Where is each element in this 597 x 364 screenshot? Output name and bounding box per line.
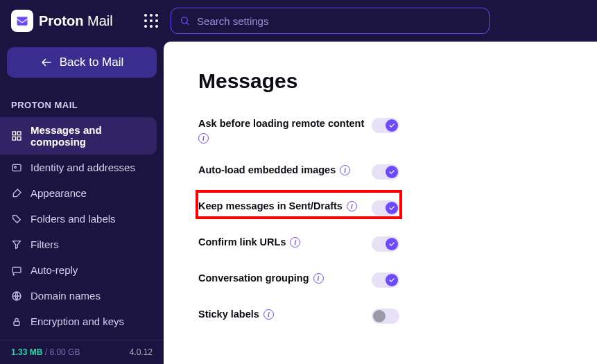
id-card-icon [11, 162, 22, 173]
logo-text: Proton Mail [39, 13, 113, 29]
search-icon [180, 15, 190, 26]
sidebar-item-filters[interactable]: Filters [0, 232, 164, 257]
sidebar-item-domain-names[interactable]: Domain names [0, 283, 164, 309]
info-icon[interactable]: i [313, 273, 324, 284]
toggle-conversation-grouping[interactable] [372, 272, 399, 288]
mail-reply-icon [11, 265, 22, 276]
svg-rect-10 [14, 321, 19, 325]
storage-used: 1.33 MB [11, 347, 42, 357]
sidebar-item-label: Auto-reply [31, 264, 78, 276]
svg-line-1 [187, 23, 189, 25]
sidebar-item-messages-composing[interactable]: Messages and composing [0, 117, 157, 155]
svg-rect-8 [12, 267, 21, 272]
toggle-sticky-labels[interactable] [372, 309, 399, 324]
sidebar-item-auto-reply[interactable]: Auto-reply [0, 257, 164, 283]
brush-icon [11, 188, 22, 199]
setting-row-remote-content: Ask before loading remote content i [198, 111, 399, 157]
setting-row-keep-sent-drafts: Keep messages in Sent/Drafts i [198, 193, 399, 229]
setting-label: Sticky labels [198, 309, 259, 320]
sidebar: Back to Mail PROTON MAIL Messages and co… [0, 42, 164, 364]
svg-rect-3 [17, 132, 21, 135]
grid-icon [144, 14, 158, 28]
toggle-confirm-link-urls[interactable] [372, 236, 399, 252]
sidebar-item-folders-labels[interactable]: Folders and labels [0, 206, 164, 232]
search-input[interactable] [197, 15, 481, 27]
search-container[interactable] [171, 8, 490, 34]
setting-row-conversation-grouping: Conversation grouping i [198, 266, 399, 302]
app-version: 4.0.12 [130, 347, 153, 357]
sidebar-item-label: Messages and composing [31, 124, 146, 148]
check-icon [386, 166, 398, 178]
check-icon [386, 119, 398, 132]
info-icon[interactable]: i [347, 201, 357, 211]
svg-point-7 [15, 166, 17, 168]
lock-icon [11, 316, 22, 327]
logo-icon [11, 10, 33, 32]
svg-rect-2 [12, 132, 16, 135]
sidebar-item-encryption-keys[interactable]: Encryption and keys [0, 309, 164, 334]
storage-total: 8.00 GB [49, 347, 80, 357]
setting-label: Auto-load embedded images [198, 164, 336, 175]
arrow-left-icon [40, 56, 53, 69]
globe-icon [11, 291, 22, 302]
logo[interactable]: Proton Mail [7, 10, 132, 32]
back-to-mail-button[interactable]: Back to Mail [7, 47, 157, 78]
setting-label: Conversation grouping [198, 272, 309, 284]
setting-row-sticky-labels: Sticky labels i [198, 302, 399, 338]
tag-icon [11, 214, 22, 225]
main-content: Messages Ask before loading remote conte… [164, 42, 597, 364]
sidebar-item-label: Folders and labels [31, 213, 116, 225]
grid-sm-icon [11, 130, 22, 141]
page-title: Messages [198, 69, 562, 93]
sidebar-item-label: Domain names [31, 290, 101, 302]
sidebar-item-label: Appearance [31, 187, 87, 199]
sidebar-item-label: Identity and addresses [31, 162, 135, 173]
toggle-remote-content[interactable] [372, 118, 399, 133]
topbar: Proton Mail [0, 0, 597, 42]
setting-label: Confirm link URLs [198, 236, 286, 248]
svg-rect-6 [12, 164, 21, 171]
setting-row-confirm-link-urls: Confirm link URLs i [198, 229, 399, 266]
toggle-keep-sent-drafts[interactable] [372, 200, 399, 216]
toggle-embedded-images[interactable] [372, 164, 399, 180]
funnel-icon [11, 239, 22, 250]
sidebar-item-label: Encryption and keys [31, 315, 124, 327]
info-icon[interactable]: i [263, 309, 274, 320]
toggle-knob [373, 310, 386, 322]
check-icon [386, 274, 398, 286]
back-button-label: Back to Mail [60, 55, 124, 69]
storage-bar: 1.33 MB / 8.00 GB 4.0.12 [0, 340, 164, 364]
setting-label: Keep messages in Sent/Drafts [198, 200, 343, 211]
info-icon[interactable]: i [290, 237, 300, 248]
sidebar-item-label: Filters [31, 239, 59, 250]
info-icon[interactable]: i [340, 165, 350, 175]
setting-row-embedded-images: Auto-load embedded images i [198, 157, 399, 193]
sidebar-item-appearance[interactable]: Appearance [0, 180, 164, 206]
apps-switcher-button[interactable] [139, 8, 164, 33]
svg-rect-4 [12, 137, 16, 140]
info-icon[interactable]: i [198, 133, 209, 144]
svg-rect-5 [17, 137, 21, 140]
sidebar-item-identity[interactable]: Identity and addresses [0, 155, 164, 180]
sidebar-section-title: PROTON MAIL [0, 83, 164, 117]
check-icon [386, 238, 398, 250]
setting-label: Ask before loading remote content [198, 118, 364, 129]
check-icon [386, 202, 398, 214]
